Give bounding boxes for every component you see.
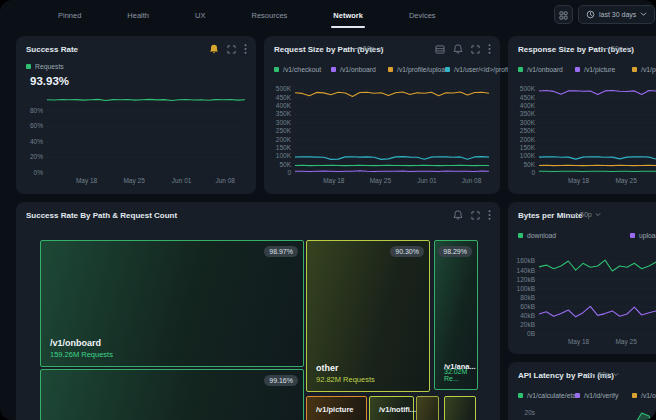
- time-range-selector[interactable]: last 30 days: [578, 5, 655, 24]
- treemap-cell[interactable]: 99.16%: [40, 369, 304, 420]
- svg-text:160kB: 160kB: [517, 257, 535, 264]
- treemap-cell-other[interactable]: 90.30%other92.82M Requests: [306, 240, 430, 392]
- api-latency-legend: /v1/calculate/eta/v1/id/verify/v1/onbo: [518, 392, 656, 399]
- cell-request-count: 159.26M Requests: [50, 350, 113, 359]
- legend-label: /v1/calculate/eta: [527, 392, 576, 399]
- success-rate-chart[interactable]: 0%20%40%60%80%May 18May 25Jun 01Jun 08: [20, 91, 250, 186]
- treemap-cell[interactable]: [416, 396, 439, 420]
- svg-text:150K: 150K: [276, 144, 292, 151]
- nav-tab-network[interactable]: Network: [333, 11, 363, 20]
- bytes-per-minute-legend: downloadupload: [518, 232, 656, 239]
- legend-item[interactable]: /v1/checkout: [274, 66, 331, 73]
- panel-request-size: Request Size by Path (bytes) 50p /v1/che…: [264, 36, 500, 194]
- legend-swatch: [388, 67, 393, 72]
- panel-success-by-path: Success Rate By Path & Request Count 98.…: [16, 202, 500, 420]
- svg-text:140kB: 140kB: [517, 267, 535, 274]
- treemap-cell--v1-notifi-[interactable]: /v1/notifi...: [369, 396, 414, 420]
- bell-icon[interactable]: [453, 44, 463, 54]
- cell-path-label: /v1/onboard: [50, 338, 101, 348]
- table-view-icon[interactable]: [435, 45, 445, 54]
- nav-tab-pinned[interactable]: Pinned: [58, 11, 81, 20]
- success-by-path-treemap: 98.97%/v1/onboard159.26M Requests99.16%9…: [16, 202, 500, 420]
- expand-icon[interactable]: [227, 45, 236, 54]
- svg-text:May 18: May 18: [76, 177, 98, 185]
- api-latency-chart[interactable]: 20s: [512, 406, 656, 420]
- success-rate-value: 93.93%: [30, 75, 69, 87]
- legend-item[interactable]: /v1/profi: [632, 66, 656, 73]
- nav-tab-resources[interactable]: Resources: [251, 11, 287, 20]
- legend-item[interactable]: download: [518, 232, 630, 239]
- panel-title: Success Rate: [26, 45, 78, 54]
- aggregation-selector[interactable]: 50p: [588, 371, 619, 378]
- legend-item[interactable]: /v1/calculate/eta: [518, 392, 575, 399]
- treemap-cell--v1-onboard[interactable]: 98.97%/v1/onboard159.26M Requests: [40, 240, 304, 367]
- svg-text:150K: 150K: [520, 144, 536, 151]
- treemap-cell--v1-ana-[interactable]: 98.29%/v1/ana...32.02M Re...: [434, 240, 478, 390]
- svg-text:May 25: May 25: [370, 177, 392, 185]
- kebab-menu-icon[interactable]: [244, 44, 247, 54]
- bytes-per-minute-chart[interactable]: 0B20kB40kB60kB80kB100kB120kB140kB160kBMa…: [512, 252, 656, 347]
- svg-text:350K: 350K: [276, 110, 292, 117]
- line-style-icon: [570, 214, 577, 215]
- legend-label: /v1/user/<id>/profile: [454, 66, 514, 73]
- cell-request-count: 32.02M Re...: [444, 368, 477, 382]
- aggregation-selector[interactable]: 50p: [601, 45, 632, 52]
- panel-bytes-per-minute: Bytes per Minute 50p downloadupload 0B20…: [508, 202, 656, 354]
- line-style-icon: [588, 374, 595, 375]
- treemap-cell[interactable]: [444, 396, 476, 420]
- svg-text:May 18: May 18: [568, 177, 590, 185]
- panel-actions: [209, 44, 247, 54]
- svg-text:450K: 450K: [276, 94, 292, 101]
- request-size-chart[interactable]: 050K100K150K200K250K300K350K400K450K500K…: [268, 82, 494, 186]
- nav-tab-health[interactable]: Health: [127, 11, 149, 20]
- legend-item[interactable]: /v1/profile/upload: [388, 66, 445, 73]
- svg-text:500K: 500K: [520, 85, 536, 92]
- svg-text:May 18: May 18: [568, 338, 590, 346]
- clock-icon: [586, 10, 595, 20]
- svg-text:60kB: 60kB: [520, 303, 535, 310]
- legend-label: /v1/picture: [584, 66, 615, 73]
- legend-item[interactable]: /v1/onboard: [331, 66, 388, 73]
- svg-text:500K: 500K: [276, 85, 292, 92]
- legend-item[interactable]: /v1/picture: [575, 66, 632, 73]
- legend-item[interactable]: /v1/onbo: [632, 392, 656, 399]
- apps-grid-button[interactable]: [554, 5, 573, 24]
- legend-label: /v1/profi: [641, 66, 656, 73]
- success-rate-badge: 98.29%: [438, 246, 472, 257]
- svg-text:400K: 400K: [520, 102, 536, 109]
- response-size-chart[interactable]: 050K100K150K200K250K300K350K400K450K500K…: [512, 82, 656, 186]
- svg-text:100K: 100K: [520, 152, 536, 159]
- grid-icon: [559, 6, 568, 24]
- chevron-down-icon: [595, 212, 601, 217]
- svg-text:80kB: 80kB: [520, 294, 535, 301]
- nav-right-controls: last 30 days Filter/Co: [554, 5, 656, 24]
- time-range-label: last 30 days: [599, 11, 636, 18]
- top-nav: PinnedHealthUXResourcesNetworkDevices la…: [0, 0, 656, 30]
- line-style-icon: [353, 48, 360, 49]
- expand-icon[interactable]: [471, 45, 480, 54]
- treemap-cell--v1-picture[interactable]: /v1/picture: [306, 396, 367, 420]
- aggregation-selector[interactable]: 50p: [353, 45, 384, 52]
- legend-item[interactable]: /v1/user/<id>/profile: [445, 66, 502, 73]
- svg-text:Jun 01: Jun 01: [172, 177, 192, 184]
- nav-tab-devices[interactable]: Devices: [409, 11, 436, 20]
- nav-tab-ux[interactable]: UX: [195, 11, 205, 20]
- legend-label: /v1/id/verify: [584, 392, 618, 399]
- svg-text:350K: 350K: [520, 110, 536, 117]
- aggregation-selector[interactable]: 50p: [570, 211, 601, 218]
- chevron-down-icon: [378, 46, 384, 51]
- panel-actions: [435, 44, 491, 54]
- svg-text:200K: 200K: [520, 136, 536, 143]
- svg-text:0%: 0%: [34, 169, 44, 176]
- legend-item[interactable]: Requests: [26, 63, 83, 70]
- svg-text:120kB: 120kB: [517, 276, 535, 283]
- dashboard-screen: PinnedHealthUXResourcesNetworkDevices la…: [0, 0, 656, 420]
- alert-bell-icon[interactable]: [209, 44, 219, 54]
- legend-item[interactable]: /v1/onboard: [518, 66, 575, 73]
- kebab-menu-icon[interactable]: [488, 44, 491, 54]
- legend-item[interactable]: /v1/id/verify: [575, 392, 632, 399]
- request_size-svg: 050K100K150K200K250K300K350K400K450K500K…: [268, 82, 494, 186]
- legend-item[interactable]: upload: [630, 232, 656, 239]
- legend-swatch: [331, 67, 336, 72]
- success-rate-badge: 99.16%: [264, 375, 298, 386]
